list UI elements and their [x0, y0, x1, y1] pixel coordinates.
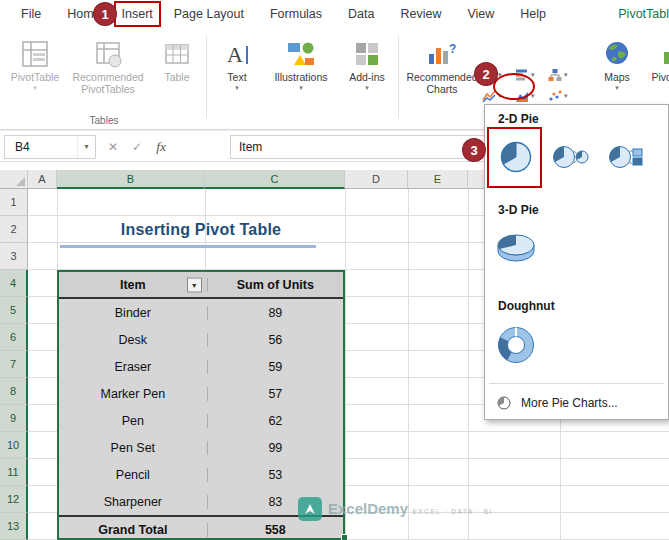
recommended-pivottables-icon [94, 34, 122, 68]
row-header-3[interactable]: 3 [0, 243, 28, 270]
row-headers: 1 2 3 4 5 6 7 8 9 10 11 12 13 [0, 189, 28, 540]
pivottable-button[interactable]: PivotTable ▾ [6, 32, 64, 92]
table-button[interactable]: Table [152, 32, 202, 83]
cell-value[interactable]: 99 [207, 441, 343, 455]
cell-value[interactable]: 56 [207, 333, 343, 347]
scatter-chart-button[interactable]: ▾ [548, 89, 581, 103]
add-ins-button[interactable]: Add-ins ▾ [340, 32, 394, 92]
column-header-d[interactable]: D [345, 170, 408, 189]
text-button[interactable]: A Text ▾ [212, 32, 262, 92]
pie-3d-option[interactable] [491, 221, 541, 273]
cell-value[interactable]: 53 [207, 468, 343, 482]
maps-label: Maps [604, 71, 630, 83]
title-underline [60, 245, 316, 248]
tab-file[interactable]: File [8, 0, 54, 28]
cell-item[interactable]: Eraser [59, 360, 207, 374]
pivotchart-button[interactable]: PivotChart [646, 32, 669, 83]
enter-icon[interactable]: ✓ [132, 140, 142, 154]
pie-of-pie-option[interactable] [545, 129, 595, 185]
cell-item[interactable]: Pen Set [59, 441, 207, 455]
more-pie-charts-item[interactable]: More Pie Charts... [485, 389, 668, 417]
row-header-10[interactable]: 10 [0, 432, 28, 459]
table-row: Marker Pen 57 [59, 380, 343, 407]
watermark-tagline: EXCEL · DATA · BI [413, 508, 493, 515]
insert-function-icon[interactable]: fx [156, 139, 166, 155]
hierarchy-chart-button[interactable]: ▾ [548, 68, 581, 82]
chevron-down-icon: ▾ [564, 71, 568, 79]
tab-view[interactable]: View [454, 0, 507, 28]
doughnut-option[interactable] [491, 317, 541, 373]
table-row: Binder 89 [59, 299, 343, 326]
tab-help[interactable]: Help [507, 0, 559, 28]
cell-item[interactable]: Binder [59, 306, 207, 320]
ribbon-separator [398, 36, 399, 118]
header-item-cell[interactable]: Item ▼ [59, 278, 207, 292]
formula-content: Item [239, 140, 262, 154]
excel-window: File Home Insert Page Layout Formulas Da… [0, 0, 669, 540]
grand-total-label[interactable]: Grand Total [59, 523, 207, 537]
recommended-charts-button[interactable]: ? Recommended Charts [404, 32, 480, 95]
tab-review[interactable]: Review [387, 0, 454, 28]
cell-item[interactable]: Sharpener [59, 495, 207, 509]
svg-text:?: ? [449, 42, 456, 56]
doughnut-icon [495, 324, 537, 366]
fill-handle[interactable] [341, 534, 348, 540]
tab-formulas[interactable]: Formulas [257, 0, 335, 28]
cell-value[interactable]: 62 [207, 414, 343, 428]
row-header-8[interactable]: 8 [0, 378, 28, 405]
cancel-icon[interactable]: ✕ [108, 140, 118, 154]
pie-option-highlight [487, 127, 542, 188]
cell-value[interactable]: 89 [207, 306, 343, 320]
chevron-down-icon: ▾ [33, 84, 37, 92]
row-header-11[interactable]: 11 [0, 459, 28, 486]
cell-item[interactable]: Pencil [59, 468, 207, 482]
table-row: Desk 56 [59, 326, 343, 353]
svg-text:A: A [227, 42, 243, 67]
select-all-corner[interactable] [0, 170, 28, 189]
chevron-down-icon[interactable]: ▾ [77, 136, 95, 158]
bar-of-pie-option[interactable] [601, 129, 651, 185]
tab-page-layout[interactable]: Page Layout [161, 0, 257, 28]
gridline-vertical [408, 189, 409, 540]
bar-of-pie-icon [606, 137, 646, 177]
filter-dropdown-button[interactable]: ▼ [187, 277, 202, 292]
tab-insert[interactable]: Insert [114, 1, 161, 27]
row-header-7[interactable]: 7 [0, 351, 28, 378]
text-label: Text [227, 71, 246, 83]
row-header-2[interactable]: 2 [0, 216, 28, 243]
row-header-13[interactable]: 13 [0, 513, 28, 540]
illustrations-button[interactable]: Illustrations ▾ [266, 32, 336, 92]
tab-pivottable-analyze[interactable]: PivotTabl [605, 0, 669, 28]
sheet-title[interactable]: Inserting Pivot Table [57, 216, 345, 243]
section-doughnut-title: Doughnut [498, 299, 555, 313]
table-row: Pencil 53 [59, 461, 343, 488]
chevron-down-icon: ▾ [615, 84, 619, 92]
cell-item[interactable]: Pen [59, 414, 207, 428]
column-header-c[interactable]: C [205, 170, 345, 189]
maps-button[interactable]: Maps ▾ [592, 32, 642, 92]
cell-value[interactable]: 57 [207, 387, 343, 401]
cell-item[interactable]: Desk [59, 333, 207, 347]
column-header-e[interactable]: E [408, 170, 468, 189]
header-units-cell[interactable]: Sum of Units [207, 278, 343, 292]
filter-caret-icon: ▼ [191, 281, 198, 288]
cell-item[interactable]: Marker Pen [59, 387, 207, 401]
watermark-brand: ExcelDemy [328, 500, 408, 517]
name-box[interactable]: B4 ▾ [4, 135, 96, 159]
cell-value[interactable]: 59 [207, 360, 343, 374]
row-header-6[interactable]: 6 [0, 324, 28, 351]
grand-total-value[interactable]: 558 [207, 523, 343, 537]
row-header-12[interactable]: 12 [0, 486, 28, 513]
row-header-9[interactable]: 9 [0, 405, 28, 432]
tab-data[interactable]: Data [335, 0, 387, 28]
column-header-a[interactable]: A [28, 170, 57, 189]
table-icon [163, 34, 191, 68]
more-pie-charts-label: More Pie Charts... [521, 396, 618, 410]
chevron-down-icon: ▾ [365, 84, 369, 92]
column-header-b[interactable]: B [57, 170, 205, 189]
row-header-5[interactable]: 5 [0, 297, 28, 324]
row-header-1[interactable]: 1 [0, 189, 28, 216]
text-icon: A [223, 34, 251, 68]
row-header-4[interactable]: 4 [0, 270, 28, 297]
recommended-pivottables-button[interactable]: Recommended PivotTables [68, 32, 148, 95]
